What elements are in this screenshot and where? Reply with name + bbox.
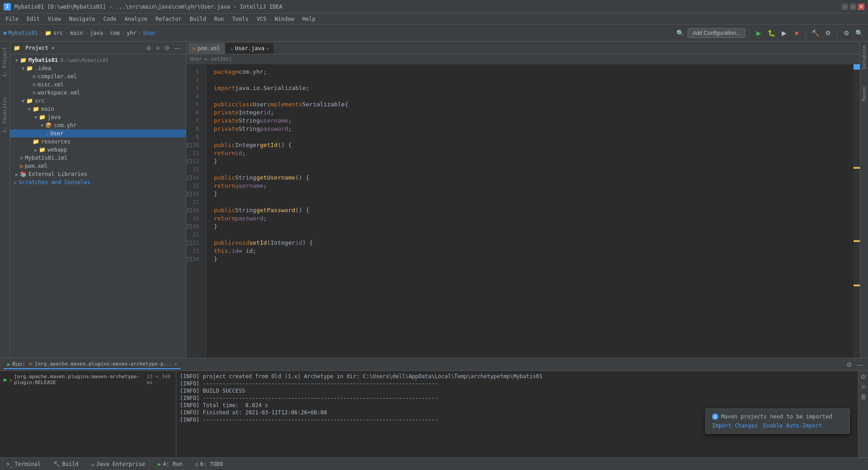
scrollbar-position-marker [854,64,860,70]
menu-window[interactable]: Window [271,15,297,23]
gear-settings-btn[interactable]: ⚙ [163,44,171,52]
code-editor[interactable]: package com.yhr; import java.io.Serializ… [207,64,854,358]
gutter-warning-marker2 [854,240,860,242]
fold-marker-18[interactable]: − [187,208,192,213]
console-clear-btn[interactable]: 🗑 [859,393,868,401]
fold-marker-16[interactable]: − [187,192,192,196]
run-tab-close[interactable]: ✕ [174,361,177,366]
menu-code[interactable]: Code [100,15,120,23]
code-line-9 [214,133,846,141]
tree-icon-extlibs: 📚 [20,171,27,177]
fold-marker-24[interactable]: − [187,257,192,261]
build-project-btn[interactable]: 🔨 [810,28,821,38]
menu-vcs[interactable]: VCS [253,15,270,23]
run-button[interactable]: ▶ [753,28,764,38]
tree-item-misc[interactable]: ⚙ misc.xml [10,81,186,89]
tree-item-root[interactable]: ▼ 📁 Mybatis01 D:\web\Mybatis01 [10,56,186,64]
stop-button[interactable]: ■ [791,28,802,38]
tree-icon-src: 📁 [26,98,33,104]
settings-button[interactable]: ⚙ [841,28,852,38]
tree-item-src[interactable]: ▼ 📁 src [10,97,186,105]
tab-java-enterprise[interactable]: ☕ Java Enterprise [88,460,148,468]
tab-database[interactable]: Database [860,43,868,71]
tab-maven[interactable]: Maven [860,85,868,103]
tab-favorites[interactable]: 2: Favorites [1,95,9,134]
linenum-22: −22 [186,239,203,247]
tab-user[interactable]: ☕ User.java ✕ [226,43,274,54]
window-controls[interactable]: ─ □ ✕ [842,4,864,10]
menu-help[interactable]: Help [299,15,319,23]
breadcrumb-java: java [90,30,103,36]
tree-item-extlibs[interactable]: ▶ 📚 External Libraries [10,170,186,178]
console-line-1: [INFO] project created from Old (1.x) Ar… [180,373,854,380]
collapse-all-btn[interactable]: ≡ [155,44,161,52]
breadcrumb-main: main [70,30,83,36]
tree-item-webapp[interactable]: ▶ 📁 webapp [10,146,186,154]
import-changes-link[interactable]: Import Changes [712,423,758,429]
maximize-button[interactable]: □ [850,4,856,10]
run-sidebar-item[interactable]: ▶ ⚠ [org.apache.maven.plugins:maven-arch… [2,373,174,386]
bottom-close-btn[interactable]: — [855,361,864,369]
search-button[interactable]: 🔍 [854,28,864,38]
tree-item-workspace[interactable]: ⚙ workspace.xml [10,89,186,97]
bottom-settings-btn[interactable]: ⚙ [845,361,854,369]
run-tab[interactable]: ▶ Run: m [org.apache.maven.plugins:maven… [4,360,180,369]
vertical-tabs-left: 1: Project 2: Favorites [0,42,10,358]
tab-run[interactable]: ▶ 4: Run [155,460,185,468]
menu-run[interactable]: Run [211,15,228,23]
code-line-8: private String password; [214,125,846,133]
tree-item-scratches[interactable]: ✏ Scratches and Consoles [10,178,186,186]
tree-item-idea[interactable]: ▼ 📁 .idea [10,64,186,72]
tree-item-main[interactable]: ▼ 📁 main [10,105,186,113]
gutter-warning-marker [854,167,860,169]
tab-terminal[interactable]: >_ Terminal [4,460,43,468]
tab-pom[interactable]: m pom.xml [188,43,225,54]
close-panel-btn[interactable]: — [173,44,182,52]
fold-marker-12[interactable]: − [187,159,192,164]
console-scroll-btn[interactable]: ≡ [860,383,866,391]
tab-project[interactable]: 1: Project [1,45,9,79]
enable-auto-import-link[interactable]: Enable Auto-Import [763,423,822,429]
tree-item-user[interactable]: ☕ User [10,129,186,138]
tab-build[interactable]: 🔨 Build [51,460,81,468]
todo-label: 6: TODO [200,461,223,467]
fold-marker-14[interactable]: − [187,176,192,180]
tree-item-java[interactable]: ▼ 📁 java [10,113,186,121]
console-settings-btn[interactable]: ⚙ [859,373,868,381]
menu-navigate[interactable]: Navigate [66,15,99,23]
fold-marker-10[interactable]: − [187,143,192,147]
tab-todo[interactable]: ☑ 6: TODO [193,460,226,468]
fold-marker-22[interactable]: − [187,241,192,245]
close-button[interactable]: ✕ [858,4,864,10]
search-everywhere-btn[interactable]: 🔍 [675,28,686,38]
linenum-8: 8 [186,125,203,133]
menu-refactor[interactable]: Refactor [152,15,185,23]
menu-tools[interactable]: Tools [229,15,252,23]
menu-build[interactable]: Build [186,15,210,23]
tree-item-pom[interactable]: m pom.xml [10,162,186,170]
tree-item-iml[interactable]: ⚙ Mybatis01.iml [10,154,186,162]
tree-arrow-comyhr: ▼ [39,123,45,128]
gutter-warning-marker3 [854,285,860,286]
tree-label-user: User [50,130,63,137]
tree-item-resources[interactable]: 📁 resources [10,138,186,146]
tree-item-comyhr[interactable]: ▼ 📦 com.yhr [10,121,186,129]
menu-view[interactable]: View [44,15,65,23]
menu-file[interactable]: File [2,15,22,23]
code-line-14: public String getUsername() { [214,174,846,182]
code-line-12: } [214,157,846,166]
line-numbers: 1 2 3 4 5 6 7 8 9 −10 11 −12 13 −14 [186,64,207,358]
run-with-coverage-btn[interactable]: ▶ [778,28,789,38]
debug-button[interactable]: 🐛 [766,28,777,38]
menu-edit[interactable]: Edit [23,15,43,23]
run-config-button[interactable]: Add Configuration... [688,28,745,38]
breadcrumb-sep6: › [138,30,142,36]
make-module-btn[interactable]: ⚙ [822,28,833,38]
editor-breadcrumb: User ▸ setId() [186,54,860,64]
fold-marker-20[interactable]: − [187,224,192,229]
minimize-button[interactable]: ─ [842,4,848,10]
sync-project-btn[interactable]: ⊕ [145,44,153,52]
tab-user-close[interactable]: ✕ [266,46,269,51]
tree-item-compiler[interactable]: ⚙ compiler.xml [10,72,186,81]
menu-analyze[interactable]: Analyze [121,15,151,23]
